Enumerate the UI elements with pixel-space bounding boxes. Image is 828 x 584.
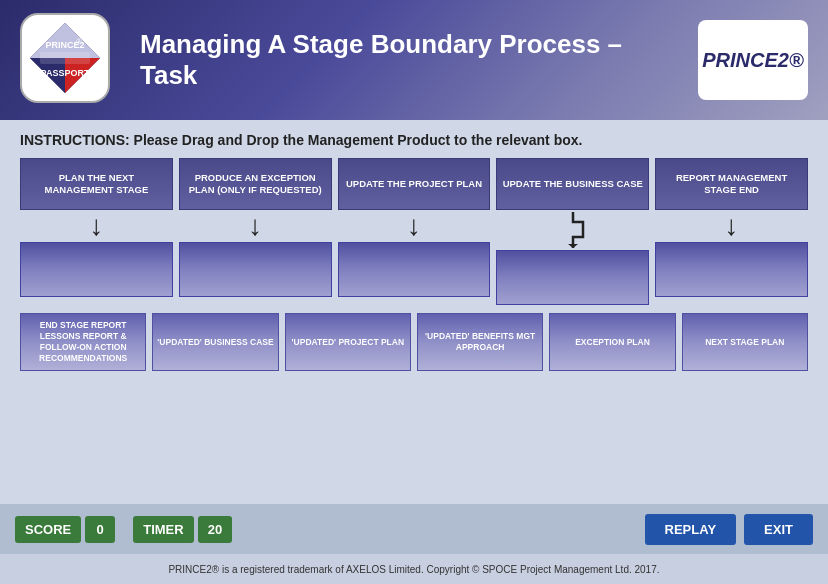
score-label: SCORE bbox=[15, 516, 81, 543]
step-box-4: UPDATE THE BUSINESS CASE bbox=[496, 158, 649, 210]
drag-item-6[interactable]: NEXT STAGE PLAN bbox=[682, 313, 808, 371]
steps-row: PLAN THE NEXT MANAGEMENT STAGE ↓ PRODUCE… bbox=[20, 158, 808, 305]
column-5: REPORT MANAGEMENT STAGE END ↓ bbox=[655, 158, 808, 305]
drop-box-1[interactable] bbox=[20, 242, 173, 297]
column-4: UPDATE THE BUSINESS CASE bbox=[496, 158, 649, 305]
step-box-5: REPORT MANAGEMENT STAGE END bbox=[655, 158, 808, 210]
timer-label: TIMER bbox=[133, 516, 193, 543]
svg-marker-9 bbox=[568, 244, 578, 248]
action-buttons: REPLAY EXIT bbox=[645, 514, 813, 545]
instructions-text: INSTRUCTIONS: Please Drag and Drop the M… bbox=[20, 132, 808, 148]
footer: PRINCE2® is a registered trademark of AX… bbox=[0, 554, 828, 584]
column-3: UPDATE THE PROJECT PLAN ↓ bbox=[338, 158, 491, 305]
timer-value: 20 bbox=[198, 516, 232, 543]
arrow-5: ↓ bbox=[725, 212, 739, 240]
drop-box-2[interactable] bbox=[179, 242, 332, 297]
drag-item-5[interactable]: EXCEPTION PLAN bbox=[549, 313, 675, 371]
drag-item-2[interactable]: 'UPDATED' BUSINESS CASE bbox=[152, 313, 278, 371]
drag-item-4[interactable]: 'UPDATED' BENEFITS MGT APPROACH bbox=[417, 313, 543, 371]
column-1: PLAN THE NEXT MANAGEMENT STAGE ↓ bbox=[20, 158, 173, 305]
drop-box-5[interactable] bbox=[655, 242, 808, 297]
drag-item-1[interactable]: END STAGE REPORT LESSONS REPORT & FOLLOW… bbox=[20, 313, 146, 371]
prince2-badge: PRINCE2® bbox=[698, 20, 808, 100]
step-box-2: PRODUCE AN EXCEPTION PLAN (ONLY IF REQUE… bbox=[179, 158, 332, 210]
arrow-1: ↓ bbox=[89, 212, 103, 240]
svg-text:PASSPORT: PASSPORT bbox=[41, 68, 90, 78]
drag-item-3[interactable]: 'UPDATED' PROJECT PLAN bbox=[285, 313, 411, 371]
footer-text: PRINCE2® is a registered trademark of AX… bbox=[168, 564, 659, 575]
replay-button[interactable]: REPLAY bbox=[645, 514, 737, 545]
arrow-3: ↓ bbox=[407, 212, 421, 240]
svg-text:®: ® bbox=[76, 38, 82, 45]
drop-box-4[interactable] bbox=[496, 250, 649, 305]
bottom-bar: SCORE 0 TIMER 20 REPLAY EXIT bbox=[0, 504, 828, 554]
step-box-1: PLAN THE NEXT MANAGEMENT STAGE bbox=[20, 158, 173, 210]
step-box-3: UPDATE THE PROJECT PLAN bbox=[338, 158, 491, 210]
svg-rect-8 bbox=[40, 52, 90, 64]
prince2-passport-logo: PRINCE2 ® PASSPORT bbox=[25, 18, 105, 98]
main-content: INSTRUCTIONS: Please Drag and Drop the M… bbox=[0, 120, 828, 504]
score-timer-section: SCORE 0 TIMER 20 bbox=[15, 516, 232, 543]
exit-button[interactable]: EXIT bbox=[744, 514, 813, 545]
logo-container: PRINCE2 ® PASSPORT bbox=[20, 13, 120, 108]
page-title: Managing A Stage Boundary Process – Task bbox=[120, 29, 698, 91]
column-2: PRODUCE AN EXCEPTION PLAN (ONLY IF REQUE… bbox=[179, 158, 332, 305]
score-value: 0 bbox=[85, 516, 115, 543]
stepped-arrow-4 bbox=[548, 212, 598, 248]
drop-box-3[interactable] bbox=[338, 242, 491, 297]
header: PRINCE2 ® PASSPORT Managing A Stage Boun… bbox=[0, 0, 828, 120]
drag-items-row: END STAGE REPORT LESSONS REPORT & FOLLOW… bbox=[20, 313, 808, 371]
arrow-2: ↓ bbox=[248, 212, 262, 240]
